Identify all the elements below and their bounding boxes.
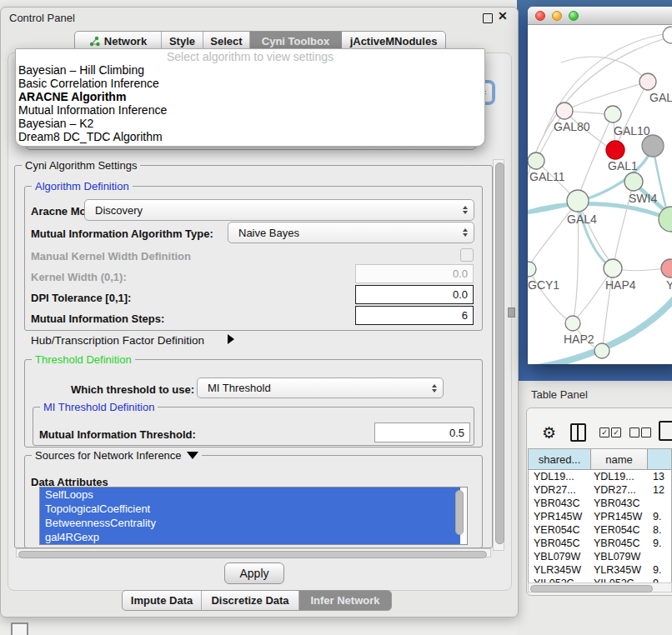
- tab-impute-data[interactable]: Impute Data: [123, 591, 202, 610]
- table-row[interactable]: YDL19...YDL19...13: [529, 470, 671, 483]
- close-window-icon[interactable]: [535, 11, 545, 21]
- network-node[interactable]: [663, 27, 672, 43]
- table-cell[interactable]: YER054C: [529, 523, 591, 537]
- gear-icon[interactable]: ⚙: [542, 425, 556, 441]
- split-pane-handle[interactable]: [508, 308, 515, 318]
- which-threshold-value: MI Threshold: [208, 382, 271, 394]
- mi-algorithm-type-combo[interactable]: Naive Bayes: [228, 222, 474, 243]
- table-row[interactable]: YPR145WYPR145W9.: [529, 510, 671, 523]
- table-row[interactable]: YLR345WYLR345W9.: [529, 563, 671, 577]
- hub-definition-toggle[interactable]: Hub/Transcription Factor Definition: [31, 334, 204, 347]
- settings-vertical-scrollbar[interactable]: [493, 159, 504, 551]
- data-attribute-item[interactable]: TopologicalCoefficient: [40, 502, 460, 516]
- table-cell[interactable]: 9.: [648, 537, 671, 550]
- algorithm-option[interactable]: Bayesian – Hill Climbing: [16, 63, 484, 77]
- network-node-gal10[interactable]: [604, 106, 621, 122]
- table-cell[interactable]: [648, 497, 671, 510]
- table-cell[interactable]: YER054C: [591, 523, 648, 537]
- table-row[interactable]: YBR043CYBR043C: [529, 497, 671, 510]
- network-node-hap2[interactable]: [565, 316, 580, 331]
- table-cell[interactable]: YBR043C: [591, 497, 648, 510]
- mi-steps-field[interactable]: 6: [355, 306, 474, 325]
- tab-infer-network[interactable]: Infer Network: [299, 591, 391, 610]
- table-cell[interactable]: 12: [648, 483, 671, 497]
- table-cell[interactable]: YBR045C: [529, 537, 591, 550]
- table-row[interactable]: YBR045CYBR045C9.: [529, 537, 671, 550]
- network-node-swi4[interactable]: [624, 172, 643, 191]
- network-node-gcy1[interactable]: [528, 262, 536, 277]
- network-node[interactable]: [642, 135, 664, 157]
- checked-checkbox-icon[interactable]: ✓: [611, 428, 621, 438]
- table-cell[interactable]: YDL19...: [591, 470, 648, 483]
- network-node-gal80[interactable]: [556, 102, 573, 119]
- network-node[interactable]: [659, 207, 672, 232]
- network-node[interactable]: [594, 343, 609, 358]
- algorithm-option[interactable]: Basic Correlation Inference: [16, 77, 484, 90]
- network-canvas[interactable]: GALGAL80GAL10GAL1GAL11SWI4GAL4GCY1HAP4YH…: [528, 25, 672, 364]
- mi-type-label: Mutual Information Algorithm Type:: [31, 228, 213, 240]
- node-label: GAL1: [608, 159, 638, 172]
- table-cell[interactable]: YBR045C: [591, 537, 648, 550]
- columns-icon[interactable]: [570, 423, 586, 442]
- column-header-name[interactable]: name: [591, 449, 648, 470]
- network-node-gal1[interactable]: [606, 141, 624, 159]
- node-label: GAL4: [567, 212, 597, 226]
- data-attribute-item[interactable]: BetweennessCentrality: [40, 516, 460, 530]
- close-panel-button[interactable]: ✕: [498, 9, 508, 22]
- table-cell[interactable]: YDL19...: [529, 470, 591, 483]
- expand-arrow-icon[interactable]: [228, 334, 234, 344]
- table-cell[interactable]: YBL079W: [591, 550, 648, 563]
- column-header-clipped[interactable]: [648, 449, 672, 470]
- table-cell[interactable]: YPR145W: [529, 510, 591, 523]
- column-header-shared-name[interactable]: shared...: [529, 449, 591, 470]
- network-icon: [89, 36, 100, 47]
- mi-threshold-field[interactable]: 0.5: [374, 422, 470, 442]
- zoom-window-icon[interactable]: [569, 11, 579, 21]
- node-label: GAL: [649, 91, 672, 104]
- network-node-gal4[interactable]: [567, 190, 589, 212]
- table-row[interactable]: YBL079WYBL079W: [529, 550, 671, 563]
- table-cell[interactable]: 13: [648, 470, 671, 483]
- network-node-gal[interactable]: [639, 73, 656, 90]
- attribute-list-scrollbar[interactable]: [454, 488, 464, 540]
- table-cell[interactable]: YBR043C: [529, 497, 591, 510]
- unchecked-checkbox-icon[interactable]: [629, 428, 639, 438]
- table-row[interactable]: YDR27...YDR27...12: [529, 483, 671, 497]
- document-icon[interactable]: [659, 421, 672, 441]
- table-cell[interactable]: YBL079W: [529, 550, 591, 563]
- table-cell[interactable]: YLR345W: [591, 563, 648, 577]
- algorithm-option[interactable]: ARACNE Algorithm: [16, 90, 484, 103]
- sources-group-title[interactable]: Sources for Network Inference: [32, 449, 202, 462]
- network-window-titlebar[interactable]: [528, 7, 672, 25]
- checked-checkbox-icon[interactable]: ✓: [599, 428, 609, 438]
- float-window-button[interactable]: [483, 13, 493, 23]
- aracne-mode-combo[interactable]: Discovery: [84, 199, 474, 221]
- table-cell[interactable]: 8.: [648, 523, 671, 537]
- table-cell[interactable]: YDR27...: [591, 483, 648, 497]
- table-cell[interactable]: [648, 550, 671, 563]
- algorithm-option[interactable]: Mutual Information Inference: [16, 103, 484, 117]
- dpi-tolerance-field[interactable]: 0.0: [355, 285, 474, 304]
- data-attribute-item[interactable]: SelfLoops: [40, 488, 460, 502]
- tab-discretize-data[interactable]: Discretize Data: [202, 591, 299, 610]
- algorithm-option[interactable]: Dream8 DC_TDC Algorithm: [16, 130, 484, 143]
- bottom-corner-icon: [11, 622, 28, 635]
- table-cell[interactable]: 9.: [648, 510, 671, 523]
- table-cell[interactable]: YPR145W: [591, 510, 648, 523]
- unchecked-checkbox-icon[interactable]: [641, 428, 651, 438]
- settings-horizontal-scrollbar[interactable]: [16, 548, 491, 558]
- data-attribute-item[interactable]: gal4RGexp: [40, 530, 460, 544]
- table-cell[interactable]: 9.: [648, 563, 671, 577]
- table-cell[interactable]: YLR345W: [529, 563, 591, 577]
- network-node-gal11[interactable]: [528, 152, 544, 169]
- table-panel-title: Table Panel: [531, 388, 588, 401]
- apply-button[interactable]: Apply: [224, 562, 284, 584]
- which-threshold-combo[interactable]: MI Threshold: [197, 378, 444, 398]
- algorithm-option[interactable]: Bayesian – K2: [16, 117, 484, 130]
- network-node-hap4[interactable]: [604, 259, 622, 278]
- table-horizontal-scrollbar[interactable]: [528, 582, 672, 592]
- minimize-window-icon[interactable]: [552, 11, 562, 21]
- network-node-y[interactable]: [661, 259, 672, 278]
- table-row[interactable]: YER054CYER054C8.: [529, 523, 671, 537]
- table-cell[interactable]: YDR27...: [529, 483, 591, 497]
